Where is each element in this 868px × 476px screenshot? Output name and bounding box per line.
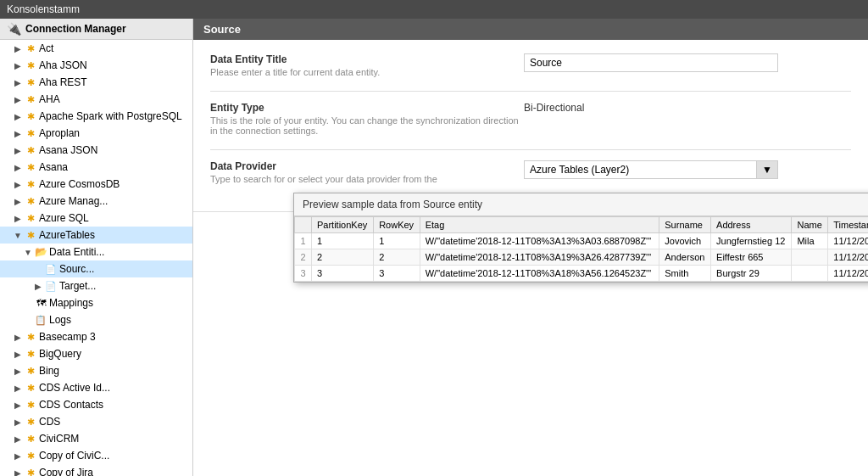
form-label-group-entity-type: Entity Type This is the role of your ent… [210,102,524,136]
form-area: Data Entity Title Please enter a title f… [193,40,868,212]
sidebar-item-aha-json[interactable]: ▶ ✱ Aha JSON [0,57,192,74]
expand-icon [34,265,42,273]
sidebar-item-label: Azure Manag... [39,195,108,207]
cell-row-key: 1 [374,233,420,249]
sidebar-scroll[interactable]: ▶ ✱ Act ▶ ✱ Aha JSON ▶ ✱ Aha REST ▶ ✱ [0,40,192,476]
sidebar-item-bing[interactable]: ▶ ✱ Bing [0,362,192,379]
sidebar-item-copy-civic[interactable]: ▶ ✱ Copy of CiviC... [0,447,192,464]
col-timestamp: Timestamp [828,217,868,233]
col-address: Address [711,217,792,233]
sidebar-item-apache-spark[interactable]: ▶ ✱ Apache Spark with PostgreSQL [0,108,192,125]
dropdown-arrow-icon[interactable]: ▼ [756,161,777,178]
sidebar-item-basecamp3[interactable]: ▶ ✱ Basecamp 3 [0,328,192,345]
connector-icon: ✱ [24,432,37,445]
sidebar-item-label: Copy of Jira [39,467,93,476]
expand-icon: ▼ [24,248,32,256]
sidebar-item-asana-json[interactable]: ▶ ✱ Asana JSON [0,142,192,159]
expand-icon: ▶ [14,400,22,409]
row-num: 1 [295,233,312,249]
data-entity-title-input[interactable] [524,53,778,72]
connector-icon: ✱ [24,76,37,89]
expand-icon: ▶ [14,95,22,104]
sidebar-item-cds-active[interactable]: ▶ ✱ CDS Active Id... [0,379,192,396]
sidebar-item-act[interactable]: ▶ ✱ Act [0,40,192,57]
sidebar-item-aproplan[interactable]: ▶ ✱ Aproplan [0,125,192,142]
expand-icon: ▶ [14,384,22,392]
sidebar-item-target[interactable]: ▶ 📄 Target... [0,277,192,294]
connector-icon: ✱ [24,347,37,361]
sidebar-item-label: AzureTables [39,229,95,241]
data-provider-select[interactable]: Azure Tables (Layer2) [525,161,756,178]
sidebar-item-label: Azure CosmosDB [39,178,120,190]
form-input-title [524,53,851,72]
expand-icon: ▶ [14,350,22,358]
sidebar-item-source[interactable]: 📄 Sourc... [0,260,192,277]
sidebar-item-label: Basecamp 3 [39,331,96,343]
cell-partition-key: 2 [312,249,374,266]
sidebar-item-label: CDS Active Id... [39,382,110,394]
data-entity-title-desc: Please enter a title for current data en… [210,67,524,77]
sidebar-item-civicrm[interactable]: ▶ ✱ CiviCRM [0,430,192,447]
cell-timestamp: 11/12/2018 09:18 [828,266,868,282]
sidebar-item-label: Logs [49,314,71,326]
expand-icon: ▶ [14,367,22,375]
cell-address: Jungfernstieg 12 [711,233,792,249]
entity-type-label: Entity Type [210,102,524,114]
data-provider-dropdown[interactable]: Azure Tables (Layer2) ▼ [524,160,778,179]
col-name: Name [792,217,828,233]
sidebar-item-asana[interactable]: ▶ ✱ Asana [0,159,192,176]
expand-icon: ▶ [14,112,22,120]
sidebar-item-aha-rest[interactable]: ▶ ✱ Aha REST [0,74,192,91]
connector-icon: ✱ [24,109,37,123]
expand-icon: ▶ [14,214,22,222]
sidebar-item-copy-jira[interactable]: ▶ ✱ Copy of Jira [0,464,192,476]
sidebar-item-azure-tables[interactable]: ▼ ✱ AzureTables [0,227,192,244]
table-row: 3 3 3 W/"datetime'2018-12-11T08%3A18%3A5… [295,266,869,282]
sidebar-item-aha[interactable]: ▶ ✱ AHA [0,91,192,108]
cell-etag: W/"datetime'2018-12-11T08%3A19%3A26.4287… [420,249,659,266]
connector-icon: ✱ [24,92,37,106]
sidebar-item-label: Mappings [49,297,93,309]
data-provider-desc: Type to search for or select your data p… [210,174,524,184]
sidebar-item-label: Act [39,42,53,54]
main-layout: 🔌 Connection Manager ▶ ✱ Act ▶ ✱ Aha JSO… [0,19,868,476]
col-row-key: RowKey [374,217,420,233]
connector-icon: ✱ [24,364,37,378]
connector-icon: ✱ [24,42,37,55]
sidebar-item-label: Azure SQL [39,212,89,224]
cell-partition-key: 1 [312,233,374,249]
connection-manager-icon: 🔌 [7,22,20,36]
preview-table-wrapper[interactable]: PartitionKey RowKey Etag Surname Address… [294,216,868,282]
sidebar-item-azure-cosmosdb[interactable]: ▶ ✱ Azure CosmosDB [0,176,192,193]
sidebar-item-label: BigQuery [39,348,81,360]
connector-icon: ✱ [24,160,37,174]
table-row: 2 2 2 W/"datetime'2018-12-11T08%3A19%3A2… [295,249,869,266]
cell-name [792,266,828,282]
sidebar-item-mappings[interactable]: 🗺 Mappings [0,294,192,311]
row-num: 3 [295,266,312,282]
expand-icon: ▶ [14,44,22,53]
expand-icon [24,299,32,307]
sidebar-item-bigquery[interactable]: ▶ ✱ BigQuery [0,345,192,362]
expand-icon: ▶ [34,282,42,290]
sidebar-item-azure-sql[interactable]: ▶ ✱ Azure SQL [0,210,192,227]
preview-header: Preview sample data from Source entity [294,193,868,216]
sidebar-item-azure-manag[interactable]: ▶ ✱ Azure Manag... [0,193,192,210]
connector-icon: ✱ [24,177,37,191]
folder-icon: 📂 [34,245,47,259]
app-container: Konsolenstamm 🔌 Connection Manager ▶ ✱ A… [0,0,868,476]
expand-icon: ▶ [14,451,22,460]
sidebar-item-cds-contacts[interactable]: ▶ ✱ CDS Contacts [0,396,192,413]
form-row-title: Data Entity Title Please enter a title f… [210,53,851,77]
sidebar-item-label: Aproplan [39,127,80,139]
cell-partition-key: 3 [312,266,374,282]
target-icon: 📄 [44,279,58,293]
cell-surname: Smith [659,266,711,282]
sidebar-item-label: Data Entiti... [49,246,104,258]
table-header-row: PartitionKey RowKey Etag Surname Address… [295,217,869,233]
sidebar-item-logs[interactable]: 📋 Logs [0,311,192,328]
sidebar-item-label: Sourc... [59,263,94,275]
sidebar-item-data-entities[interactable]: ▼ 📂 Data Entiti... [0,244,192,260]
sidebar-header: 🔌 Connection Manager [0,19,192,40]
sidebar-item-cds[interactable]: ▶ ✱ CDS [0,413,192,430]
